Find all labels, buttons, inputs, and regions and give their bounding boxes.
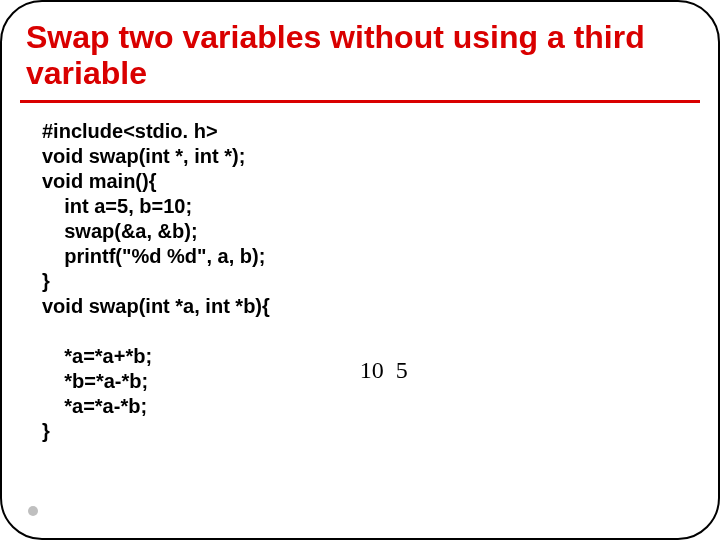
slide-title: Swap two variables without using a third… [20,16,700,103]
code-block: #include<stdio. h> void swap(int *, int … [42,119,270,444]
slide-body: #include<stdio. h> void swap(int *, int … [20,119,700,444]
slide-frame: Swap two variables without using a third… [0,0,720,540]
slide-number-bullet [28,506,38,516]
program-output: 10 5 [360,357,408,384]
